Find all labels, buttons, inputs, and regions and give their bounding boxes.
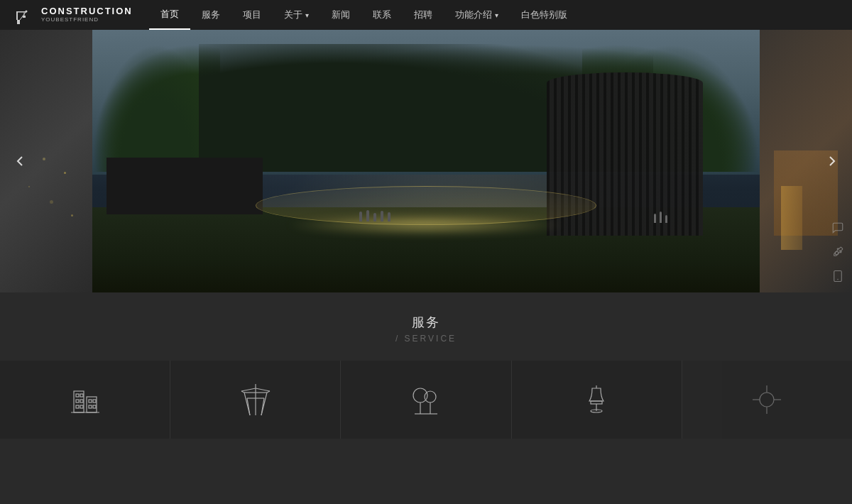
svg-point-33 — [425, 391, 436, 402]
nav-item-about[interactable]: 关于 ▾ — [273, 0, 320, 30]
service-card-extra[interactable] — [682, 361, 852, 439]
svg-rect-13 — [80, 400, 83, 402]
service-card-buildings[interactable] — [0, 361, 170, 439]
logo[interactable]: CONSTRUCTION YOUBESTFRIEND — [14, 4, 149, 26]
svg-line-30 — [256, 388, 270, 391]
lighting-icon — [579, 382, 614, 417]
service-card-power[interactable] — [170, 361, 341, 439]
svg-rect-17 — [93, 400, 96, 402]
service-subtitle: / SERVICE — [0, 334, 852, 344]
slider-left-panel — [0, 30, 92, 292]
mobile-icon[interactable] — [828, 266, 848, 286]
logo-icon — [14, 4, 36, 26]
power-icon — [238, 382, 273, 417]
landscape-icon — [408, 382, 444, 417]
nav-item-contact[interactable]: 联系 — [361, 0, 403, 30]
svg-rect-10 — [76, 394, 79, 397]
weibo-icon[interactable] — [828, 242, 848, 262]
svg-rect-16 — [89, 400, 92, 402]
svg-rect-14 — [76, 405, 79, 408]
service-section: 服务 / SERVICE — [0, 292, 852, 439]
svg-rect-18 — [89, 405, 92, 408]
logo-title: CONSTRUCTION — [41, 6, 133, 16]
hero-slider — [0, 30, 852, 292]
buildings-icon — [67, 382, 103, 417]
svg-point-40 — [760, 393, 774, 407]
svg-rect-8 — [87, 397, 97, 412]
svg-rect-11 — [80, 394, 83, 397]
service-card-landscape[interactable] — [341, 361, 511, 439]
svg-rect-19 — [93, 405, 96, 408]
logo-subtitle: YOUBESTFRIEND — [41, 17, 133, 23]
svg-point-4 — [26, 11, 28, 13]
slider-main-image — [92, 30, 760, 292]
nav-item-news[interactable]: 新闻 — [320, 0, 361, 30]
service-title: 服务 — [0, 314, 852, 331]
navbar: CONSTRUCTION YOUBESTFRIEND 首页 服务 项目 关于 ▾… — [0, 0, 852, 30]
svg-rect-0 — [17, 20, 20, 24]
nav-item-service[interactable]: 服务 — [190, 0, 231, 30]
svg-point-31 — [413, 388, 427, 402]
nav-links: 首页 服务 项目 关于 ▾ 新闻 联系 招聘 功能介绍 ▾ 白色特别版 — [149, 0, 838, 30]
nav-item-white[interactable]: 白色特别版 — [510, 0, 579, 30]
svg-rect-12 — [76, 400, 79, 402]
slider-next-button[interactable] — [819, 148, 845, 174]
extra-icon — [749, 382, 785, 417]
service-card-lighting[interactable] — [512, 361, 682, 439]
svg-point-45 — [835, 251, 839, 255]
slider-prev-button[interactable] — [7, 148, 33, 174]
nav-item-jobs[interactable]: 招聘 — [403, 0, 444, 30]
svg-rect-15 — [80, 405, 83, 408]
svg-rect-2 — [16, 11, 26, 13]
chat-icon[interactable] — [828, 218, 848, 238]
svg-rect-1 — [16, 11, 18, 20]
nav-item-features[interactable]: 功能介绍 ▾ — [444, 0, 510, 30]
svg-rect-37 — [591, 401, 602, 404]
service-cards — [0, 361, 852, 439]
right-sidebar — [824, 212, 852, 292]
nav-item-project[interactable]: 项目 — [231, 0, 273, 30]
nav-item-home[interactable]: 首页 — [149, 0, 190, 30]
svg-rect-6 — [23, 16, 26, 18]
svg-line-29 — [241, 388, 256, 391]
